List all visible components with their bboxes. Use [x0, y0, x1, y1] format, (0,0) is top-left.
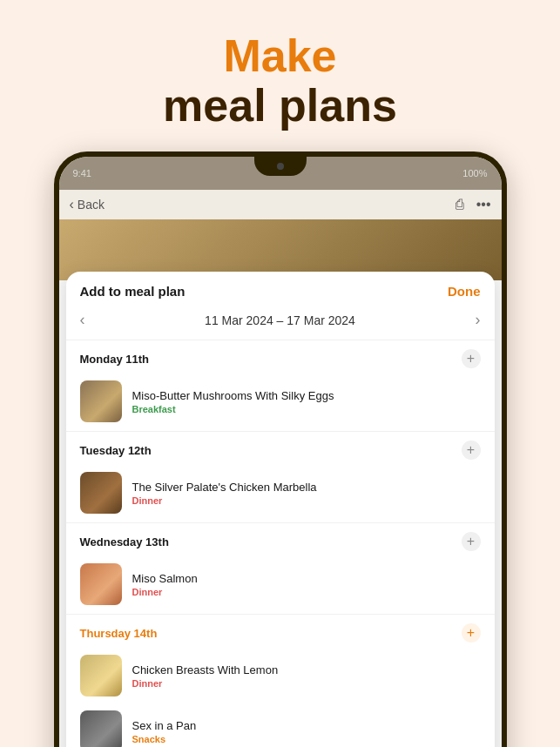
- back-label: Back: [78, 198, 105, 212]
- device-top-bar: 9:41 100%: [59, 157, 502, 190]
- recipe-info: The Silver Palate's Chicken Marbella Din…: [132, 481, 481, 506]
- recipe-thumbnail: [80, 380, 122, 422]
- recipe-tag: Dinner: [132, 495, 481, 506]
- recipe-tag: Snacks: [132, 734, 481, 744]
- done-button[interactable]: Done: [448, 284, 481, 299]
- recipe-thumbnail: [80, 710, 122, 747]
- recipe-info: Miso Salmon Dinner: [132, 572, 481, 597]
- day-label-monday: Monday 11th: [80, 353, 149, 366]
- add-recipe-thursday[interactable]: +: [462, 623, 481, 643]
- day-header-monday: Monday 11th +: [66, 340, 495, 375]
- recipe-name: Sex in a Pan: [132, 719, 481, 732]
- modal-title: Add to meal plan: [80, 284, 186, 299]
- day-section-wednesday: Wednesday 13th + Miso Salmon Dinner: [66, 523, 495, 615]
- browser-actions: ⎙ •••: [455, 197, 491, 212]
- status-time: 9:41: [73, 168, 91, 178]
- meal-plan-modal: Add to meal plan Done ‹ 11 Mar 2024 – 17…: [66, 272, 495, 747]
- day-section-tuesday: Tuesday 12th + The Silver Palate's Chick…: [66, 432, 495, 523]
- recipe-item: Miso Salmon Dinner: [66, 558, 495, 614]
- add-recipe-monday[interactable]: +: [462, 349, 481, 368]
- chevron-left-icon: ‹: [70, 197, 74, 212]
- date-range-label: 11 Mar 2024 – 17 Mar 2024: [205, 313, 355, 327]
- day-header-tuesday: Tuesday 12th +: [66, 432, 495, 467]
- device-notch: [254, 157, 307, 176]
- recipe-info: Miso-Butter Mushrooms With Silky Eggs Br…: [132, 389, 481, 414]
- recipe-tag: Dinner: [132, 678, 481, 689]
- recipe-tag: Breakfast: [132, 404, 481, 414]
- back-button[interactable]: ‹ Back: [70, 197, 105, 212]
- recipe-info: Sex in a Pan Snacks: [132, 719, 481, 744]
- recipe-info: Chicken Breasts With Lemon Dinner: [132, 663, 481, 689]
- hero-section: Make meal plans: [163, 0, 397, 151]
- recipe-thumbnail: [80, 472, 122, 514]
- status-battery: 100%: [462, 168, 487, 178]
- prev-week-button[interactable]: ‹: [80, 311, 85, 329]
- day-label-wednesday: Wednesday 13th: [80, 535, 169, 548]
- modal-header: Add to meal plan Done: [66, 272, 495, 307]
- more-icon[interactable]: •••: [476, 197, 491, 212]
- recipe-thumbnail: [80, 563, 122, 605]
- hero-make: Make: [163, 31, 397, 81]
- day-label-tuesday: Tuesday 12th: [80, 444, 152, 457]
- recipe-item: Chicken Breasts With Lemon Dinner: [66, 649, 495, 705]
- recipe-item: Miso-Butter Mushrooms With Silky Eggs Br…: [66, 375, 495, 431]
- device-frame: 9:41 100% ‹ Back ⎙ ••• Add to meal plan …: [54, 151, 507, 747]
- add-recipe-wednesday[interactable]: +: [462, 532, 481, 551]
- day-header-wednesday: Wednesday 13th +: [66, 523, 495, 558]
- recipe-name: Miso-Butter Mushrooms With Silky Eggs: [132, 389, 481, 402]
- add-recipe-tuesday[interactable]: +: [462, 441, 481, 460]
- share-icon[interactable]: ⎙: [455, 197, 464, 212]
- day-header-thursday: Thursday 14th +: [66, 615, 495, 649]
- recipe-tag: Dinner: [132, 587, 481, 597]
- recipe-name: The Silver Palate's Chicken Marbella: [132, 481, 481, 494]
- recipe-thumbnail: [80, 655, 122, 697]
- day-section-monday: Monday 11th + Miso-Butter Mushrooms With…: [66, 340, 495, 432]
- notch-dot: [277, 163, 284, 170]
- recipe-item: Sex in a Pan Snacks: [66, 705, 495, 747]
- date-navigation: ‹ 11 Mar 2024 – 17 Mar 2024 ›: [66, 307, 495, 340]
- browser-bar: ‹ Back ⎙ •••: [59, 190, 502, 219]
- day-label-thursday: Thursday 14th: [80, 627, 158, 640]
- recipe-name: Chicken Breasts With Lemon: [132, 663, 481, 676]
- next-week-button[interactable]: ›: [476, 311, 481, 329]
- recipe-item: The Silver Palate's Chicken Marbella Din…: [66, 467, 495, 522]
- hero-subtitle: meal plans: [163, 81, 397, 131]
- day-section-thursday: Thursday 14th + Chicken Breasts With Lem…: [66, 615, 495, 747]
- recipe-name: Miso Salmon: [132, 572, 481, 585]
- device-screen: 9:41 100% ‹ Back ⎙ ••• Add to meal plan …: [59, 157, 502, 747]
